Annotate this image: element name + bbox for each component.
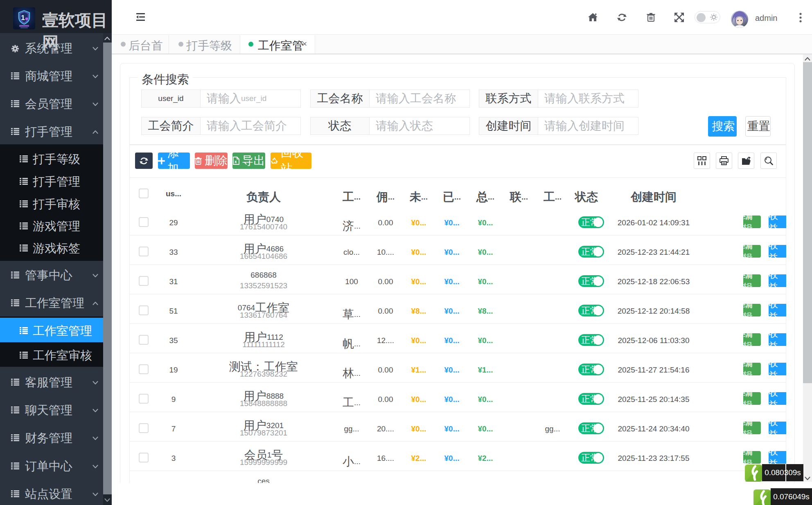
svg-text:1: 1 <box>21 14 25 22</box>
svg-text:x: x <box>235 159 237 164</box>
